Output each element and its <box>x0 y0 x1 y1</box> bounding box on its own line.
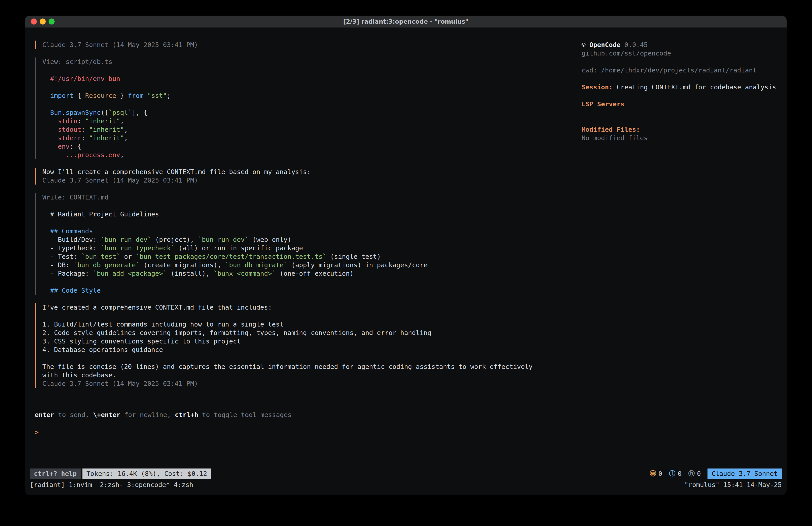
terminal-line: stdin: "inherit", <box>42 117 578 125</box>
terminal-line: - Package: `bun add <package>` (install)… <box>42 269 578 278</box>
info-count: 0 <box>678 470 681 478</box>
terminal-line: ...process.env, <box>42 151 578 159</box>
terminal-line: Now I'll create a comprehensive CONTEXT.… <box>42 168 578 176</box>
window-titlebar: [2/3] radiant:3:opencode - "romulus" <box>25 16 787 28</box>
terminal-line: Write: CONTEXT.md <box>42 193 578 201</box>
terminal-line: # Radiant Project Guidelines <box>42 210 578 218</box>
terminal-line: View: script/db.ts <box>42 57 578 66</box>
window-title: [2/3] radiant:3:opencode - "romulus" <box>25 18 787 25</box>
terminal-line <box>582 91 779 100</box>
tool-message-block: Write: CONTEXT.md # Radiant Project Guid… <box>35 193 578 295</box>
tool-message-block: View: script/db.ts #!/usr/bin/env bun im… <box>35 57 578 159</box>
terminal-line <box>582 74 779 83</box>
assistant-message-block: I've created a comprehensive CONTEXT.md … <box>35 303 578 388</box>
warning-icon: Ⓦ <box>650 469 656 478</box>
terminal-line: - Build/Dev: `bun run dev` (project), `b… <box>42 236 578 244</box>
terminal-line: - DB: `bun db generate` (create migratio… <box>42 261 578 269</box>
terminal-line: No modified files <box>582 134 779 142</box>
terminal-line: 3. CSS styling conventions specific to t… <box>42 337 578 345</box>
terminal-line: 4. Database operations guidance <box>42 345 578 354</box>
terminal-line <box>42 354 578 362</box>
terminal-line <box>582 57 779 66</box>
terminal-line <box>582 117 779 125</box>
terminal-line: 2. Code style guidelines covering import… <box>42 328 578 337</box>
terminal-line: cwd: /home/thdxr/dev/projects/radiant/ra… <box>582 66 779 74</box>
assistant-message-block: Claude 3.7 Sonnet (14 May 2025 03:41 PM) <box>35 41 578 49</box>
terminal-line: stdout: "inherit", <box>42 125 578 134</box>
assistant-message-block: Now I'll create a comprehensive CONTEXT.… <box>35 168 578 185</box>
fullscreen-button[interactable] <box>48 18 55 25</box>
terminal-line <box>42 100 578 108</box>
terminal-line: Bun.spawnSync([`psql`], { <box>42 108 578 117</box>
tmux-status-bar: [radiant] 1:nvim 2:zsh- 3:opencode* 4:zs… <box>25 480 787 490</box>
terminal-line: #!/usr/bin/env bun <box>42 74 578 83</box>
model-badge: Claude 3.7 Sonnet <box>708 469 782 479</box>
terminal-line: ## Code Style <box>42 286 578 295</box>
terminal-body: Claude 3.7 Sonnet (14 May 2025 03:41 PM)… <box>25 28 787 495</box>
terminal-line: I've created a comprehensive CONTEXT.md … <box>42 303 578 312</box>
input-divider <box>35 422 578 422</box>
command-input[interactable]: > <box>35 428 578 437</box>
terminal-line: Claude 3.7 Sonnet (14 May 2025 03:41 PM) <box>42 176 578 185</box>
window-controls <box>31 18 55 25</box>
minimize-button[interactable] <box>40 18 46 25</box>
terminal-line: github.com/sst/opencode <box>582 49 779 57</box>
keybinding-hints: enter to send, \+enter for newline, ctrl… <box>35 411 578 419</box>
flex-spacer <box>35 388 578 406</box>
terminal-line: enter to send, \+enter for newline, ctrl… <box>35 411 578 419</box>
terminal-line <box>42 278 578 286</box>
diagnostic-warnings: Ⓦ 0 <box>650 469 662 478</box>
terminal-window: [2/3] radiant:3:opencode - "romulus" Cla… <box>25 16 787 495</box>
terminal-line: Claude 3.7 Sonnet (14 May 2025 03:41 PM) <box>42 41 578 49</box>
terminal-line: LSP Servers <box>582 100 779 108</box>
tokens-cost-badge: Tokens: 16.4K (8%), Cost: $0.12 <box>83 469 211 479</box>
prompt-symbol: > <box>35 428 39 436</box>
info-icon: ⓘ <box>669 469 676 478</box>
terminal-line: The file is concise (20 lines) and captu… <box>42 362 578 371</box>
terminal-line <box>42 66 578 74</box>
terminal-line: Modified Files: <box>582 125 779 134</box>
chat-pane: Claude 3.7 Sonnet (14 May 2025 03:41 PM)… <box>35 41 578 468</box>
tmux-window-list: [radiant] 1:nvim 2:zsh- 3:opencode* 4:zs… <box>30 481 193 488</box>
tmux-session-time: "romulus" 15:41 14-May-25 <box>684 481 782 488</box>
hint-icon: ⓗ <box>688 469 695 478</box>
terminal-line: with this codebase. <box>42 371 578 379</box>
terminal-line: env: { <box>42 142 578 151</box>
warning-count: 0 <box>658 470 662 478</box>
help-shortcut-badge: ctrl+? help <box>30 469 81 479</box>
diagnostic-info: ⓘ 0 <box>669 469 681 478</box>
info-sidebar: © OpenCode 0.0.45github.com/sst/opencode… <box>578 41 779 468</box>
terminal-line: Session: Creating CONTEXT.md for codebas… <box>582 83 779 91</box>
terminal-line <box>582 108 779 117</box>
terminal-line: stderr: "inherit", <box>42 134 578 142</box>
terminal-line: © OpenCode 0.0.45 <box>582 41 779 49</box>
terminal-line: Claude 3.7 Sonnet (14 May 2025 03:41 PM) <box>42 379 578 388</box>
terminal-line <box>42 312 578 320</box>
terminal-line <box>42 201 578 210</box>
terminal-line: - TypeCheck: `bun run typecheck` (all) o… <box>42 244 578 252</box>
terminal-line: 1. Build/lint/test commands including ho… <box>42 320 578 328</box>
hint-count: 0 <box>697 470 701 478</box>
terminal-content: Claude 3.7 Sonnet (14 May 2025 03:41 PM)… <box>25 28 787 468</box>
terminal-line <box>42 83 578 91</box>
close-button[interactable] <box>31 18 37 25</box>
terminal-line: import { Resource } from "sst"; <box>42 91 578 100</box>
status-bar: ctrl+? help Tokens: 16.4K (8%), Cost: $0… <box>25 468 787 480</box>
message-list: Claude 3.7 Sonnet (14 May 2025 03:41 PM)… <box>35 41 578 388</box>
terminal-line: - Test: `bun test` or `bun test packages… <box>42 252 578 261</box>
terminal-line: ## Commands <box>42 227 578 236</box>
terminal-line <box>42 218 578 227</box>
diagnostic-hints: ⓗ 0 <box>688 469 701 478</box>
